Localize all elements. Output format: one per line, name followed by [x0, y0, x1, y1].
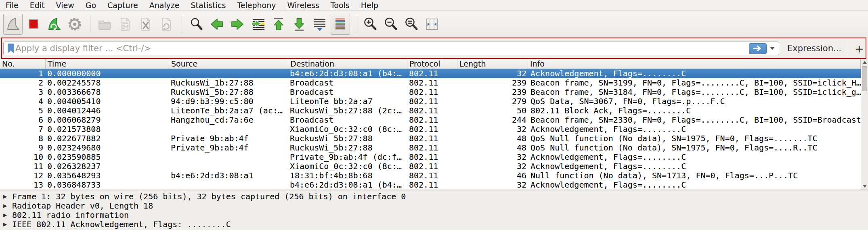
cell-source [169, 180, 288, 190]
cell-time: 0.026328237 [46, 162, 169, 171]
file-close-button[interactable] [136, 14, 155, 35]
zoom-original-button[interactable] [402, 14, 421, 35]
menu-item-go[interactable]: Go [80, 0, 102, 10]
resize-columns-button[interactable] [422, 14, 442, 35]
file-reload-button[interactable] [157, 14, 176, 35]
go-last-button[interactable] [289, 14, 309, 35]
cell-source: LiteonTe_bb:2a:a7 (ac:… [169, 106, 288, 115]
packet-list-scrollbar[interactable] [861, 59, 868, 190]
expander-triangle-icon[interactable]: ▶ [3, 192, 12, 201]
go-to-packet-button[interactable] [248, 14, 268, 35]
file-open-button[interactable] [95, 14, 114, 35]
detail-line[interactable]: ▶Frame 1: 32 bytes on wire (256 bits), 3… [0, 192, 868, 201]
column-header-destination[interactable]: Destination [288, 59, 407, 69]
cell-protocol: 802.11 [407, 88, 457, 97]
zoom-reset-icon [404, 17, 419, 32]
packet-row-1[interactable]: 10.000000000b4:e6:2d:d3:08:a1 (b4:…802.1… [0, 69, 861, 78]
file-binary-icon: 010101100011 [117, 17, 133, 32]
menu-item-telephony[interactable]: Telephony [231, 0, 281, 10]
colorize-button[interactable] [331, 14, 350, 35]
display-filter-input[interactable] [3, 42, 779, 55]
capture-stop-button[interactable] [24, 14, 43, 35]
packet-row-9[interactable]: 90.023249680Private_9b:ab:4fRuckusWi_5b:… [0, 143, 861, 152]
arrow-right-icon [230, 17, 245, 32]
expander-triangle-icon[interactable]: ▶ [3, 201, 12, 211]
cell-destination: Broadcast [288, 78, 407, 88]
capture-restart-button[interactable] [44, 14, 64, 35]
filter-toolbar: Expression... + [0, 38, 868, 59]
zoom-out-button[interactable] [381, 14, 400, 35]
packet-row-12[interactable]: 120.035648293b4:e6:2d:d3:08:a118:31:bf:4… [0, 171, 861, 180]
file-save-button[interactable]: 010101100011 [115, 14, 135, 35]
cell-length: 48 [457, 134, 528, 143]
column-header-protocol[interactable]: Protocol [407, 59, 457, 69]
cell-source: b4:e6:2d:d3:08:a1 [169, 171, 288, 180]
menu-item-view[interactable]: View [50, 0, 80, 10]
apply-filter-button[interactable] [749, 43, 767, 54]
column-header-time[interactable]: Time [46, 59, 169, 69]
packet-row-7[interactable]: 70.021573808XiaomiCo_0c:32:c0 (8c:…802.1… [0, 125, 861, 134]
filter-dropdown-caret-icon[interactable] [770, 47, 775, 50]
scrollbar-down-button[interactable] [861, 183, 868, 190]
column-header-info[interactable]: Info [528, 59, 861, 69]
scrollbar-up-button[interactable] [861, 59, 868, 66]
display-filter-text-field[interactable] [15, 44, 749, 53]
expression-button[interactable]: Expression... [787, 44, 841, 53]
menu-item-file[interactable]: File [0, 0, 24, 10]
cell-no: 6 [0, 115, 46, 125]
cell-no: 12 [0, 171, 46, 180]
cell-destination: RuckusWi_5b:27:88 [288, 143, 407, 152]
packet-row-8[interactable]: 80.022677882Private_9b:ab:4fRuckusWi_5b:… [0, 134, 861, 143]
find-packet-button[interactable] [187, 14, 206, 35]
column-header-no[interactable]: No. [0, 59, 46, 69]
menu-item-capture[interactable]: Capture [102, 0, 144, 10]
expander-triangle-icon[interactable]: ▶ [3, 220, 12, 229]
shark-fin-icon [5, 17, 21, 32]
expander-triangle-icon[interactable]: ▶ [3, 211, 12, 220]
menu-item-analyze[interactable]: Analyze [144, 0, 185, 10]
column-header-source[interactable]: Source [169, 59, 288, 69]
cell-time: 0.004012446 [46, 106, 169, 115]
cell-source [169, 69, 288, 78]
cell-length: 46 [457, 171, 528, 180]
cell-time: 0.023249680 [46, 143, 169, 152]
scrollbar-thumb[interactable] [862, 66, 867, 91]
packet-row-5[interactable]: 50.004012446LiteonTe_bb:2a:a7 (ac:…Rucku… [0, 106, 861, 115]
shark-fin-restart-icon [46, 17, 62, 32]
packet-row-10[interactable]: 100.023590885Private_9b:ab:4f (dc:f…802.… [0, 152, 861, 162]
bookmark-icon[interactable] [8, 44, 14, 53]
packet-row-4[interactable]: 40.00400541094:d9:b3:99:c5:80LiteonTe_bb… [0, 97, 861, 106]
arrow-up-icon [271, 17, 286, 32]
packet-row-13[interactable]: 130.036848733b4:e6:2d:d3:08:a1 (b4:…802.… [0, 180, 861, 190]
cell-time: 0.003366678 [46, 88, 169, 97]
go-first-button[interactable] [269, 14, 288, 35]
menu-item-help[interactable]: Help [355, 0, 384, 10]
auto-scroll-button[interactable] [310, 14, 329, 35]
cell-protocol: 802.11 [407, 162, 457, 171]
detail-line[interactable]: ▶IEEE 802.11 Acknowledgement, Flags: ...… [0, 220, 868, 229]
packet-row-11[interactable]: 110.026328237XiaomiCo_0c:32:c0 (8c:…802.… [0, 162, 861, 171]
cell-info: Beacon frame, SN=3184, FN=0, Flags=.....… [528, 88, 861, 97]
cell-info: Beacon frame, SN=2330, FN=0, Flags=.....… [528, 115, 861, 125]
packet-row-2[interactable]: 20.002245578RuckusWi_1b:27:88Broadcast80… [0, 78, 861, 88]
capture-options-button[interactable] [65, 14, 84, 35]
cell-source: Hangzhou_cd:7a:6e [169, 115, 288, 125]
cell-no: 3 [0, 88, 46, 97]
menu-item-edit[interactable]: Edit [24, 0, 50, 10]
column-header-length[interactable]: Length [457, 59, 528, 69]
zoom-in-button[interactable] [361, 14, 380, 35]
capture-start-button[interactable] [3, 14, 23, 35]
packet-row-3[interactable]: 30.003366678RuckusWi_5b:27:88Broadcast80… [0, 88, 861, 97]
cell-info: QoS Data, SN=3067, FN=0, Flags=.p....F.C [528, 97, 861, 106]
auto-scroll-icon [312, 17, 327, 32]
detail-line[interactable]: ▶Radiotap Header v0, Length 18 [0, 201, 868, 211]
packet-row-6[interactable]: 60.006068279Hangzhou_cd:7a:6eBroadcast80… [0, 115, 861, 125]
add-filter-button[interactable]: + [855, 42, 864, 55]
go-back-button[interactable] [207, 14, 226, 35]
detail-line[interactable]: ▶802.11 radio information [0, 211, 868, 220]
menu-item-statistics[interactable]: Statistics [185, 0, 232, 10]
go-forward-button[interactable] [228, 14, 247, 35]
menu-item-tools[interactable]: Tools [325, 0, 355, 10]
menu-item-wireless[interactable]: Wireless [281, 0, 325, 10]
cell-protocol: 802.11 [407, 143, 457, 152]
